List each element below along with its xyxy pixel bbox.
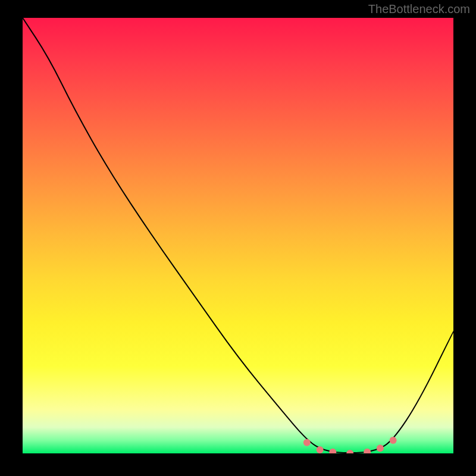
highlight-marker: [364, 449, 371, 453]
curve-layer: [23, 18, 453, 453]
highlight-marker: [346, 450, 353, 453]
highlight-marker: [329, 449, 336, 453]
highlight-marker: [317, 446, 324, 453]
highlight-marker: [377, 444, 384, 452]
highlight-marker: [303, 439, 311, 446]
watermark-text: TheBottleneck.com: [368, 2, 470, 16]
bottleneck-curve: [23, 18, 453, 453]
highlight-marker: [390, 437, 397, 444]
chart-plot-area: [23, 18, 453, 453]
